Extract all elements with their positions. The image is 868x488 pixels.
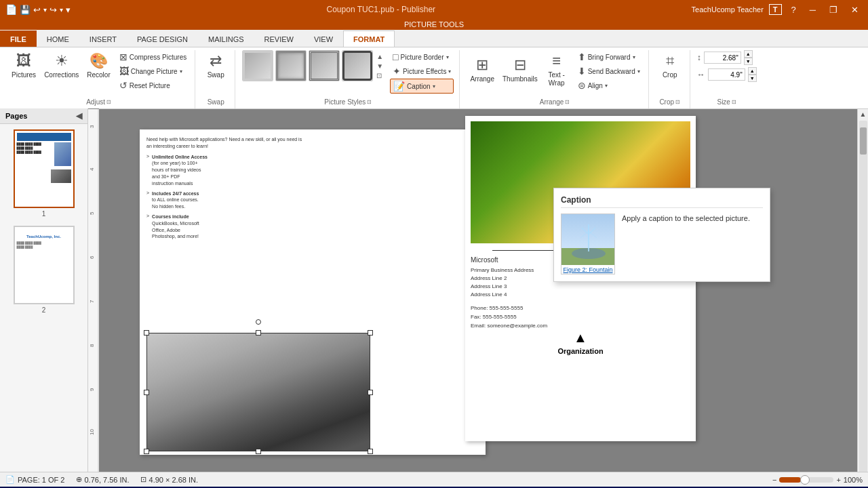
thumbnails-button[interactable]: ⊟ Thumbnails xyxy=(499,50,541,89)
send-backward-icon: ⬇ xyxy=(578,66,586,77)
corrections-button[interactable]: ☀ Corrections xyxy=(41,50,82,81)
width-spin-up[interactable]: ▲ xyxy=(748,67,757,75)
height-spin-up[interactable]: ▲ xyxy=(744,50,753,58)
zoom-in-button[interactable]: + xyxy=(836,476,840,484)
tab-mailings[interactable]: MAILINGS xyxy=(198,30,254,47)
bring-forward-button[interactable]: ⬆ Bring Forward ▾ xyxy=(575,50,643,64)
bullet-3: > Courses includeQuickBooks, MicrosoftOf… xyxy=(146,214,306,240)
zoom-slider[interactable] xyxy=(779,477,833,483)
document-canvas[interactable]: Need help with Microsoft applications? N… xyxy=(99,109,857,472)
height-input[interactable] xyxy=(704,52,741,64)
bullet-arrow-3: > xyxy=(146,214,149,240)
ruler-vertical: 3 4 5 6 7 8 9 10 xyxy=(88,109,99,472)
style-expand-button[interactable]: ⊡ xyxy=(375,71,384,80)
resize-handle-bl[interactable] xyxy=(144,449,149,454)
scroll-up-button[interactable]: ▲ xyxy=(859,109,868,119)
svg-text:10: 10 xyxy=(89,429,95,435)
picture-border-button[interactable]: □ Picture Border ▾ xyxy=(390,50,454,64)
style-scroll-down-button[interactable]: ▼ xyxy=(375,62,384,70)
rotate-handle[interactable] xyxy=(256,319,261,325)
crop-expand-icon[interactable]: ⊡ xyxy=(675,99,680,105)
width-input[interactable] xyxy=(708,68,745,81)
arrange-expand-icon[interactable]: ⊡ xyxy=(565,99,570,105)
tab-review[interactable]: REVIEW xyxy=(254,30,304,47)
scroll-thumb-v[interactable] xyxy=(860,127,867,155)
close-button[interactable]: ✕ xyxy=(847,3,863,16)
adjust-label: Adjust ⊡ xyxy=(8,98,189,106)
vertical-scrollbar[interactable]: ▲ ▼ xyxy=(857,109,868,472)
tab-home[interactable]: HOME xyxy=(37,30,79,47)
restore-button[interactable]: ❐ xyxy=(825,3,842,16)
picture-styles-expand-icon[interactable]: ⊡ xyxy=(367,99,372,105)
help-button[interactable]: ? xyxy=(787,3,800,16)
resize-handle-br[interactable] xyxy=(368,449,373,454)
minimize-button[interactable]: ─ xyxy=(806,3,820,16)
recolor-button[interactable]: 🎨 Recolor xyxy=(83,50,113,81)
page-1-thumbnail[interactable]: ████ ████ ████████ ████████ ████ ████ 1 xyxy=(5,129,82,218)
resize-handle-tl[interactable] xyxy=(144,330,149,336)
caption-img-inner xyxy=(561,214,614,265)
style-thumb-3[interactable] xyxy=(309,50,340,81)
resize-handle-tc[interactable] xyxy=(256,330,261,336)
adjust-expand-icon[interactable]: ⊡ xyxy=(106,99,111,105)
resize-handle-mr[interactable] xyxy=(368,390,373,395)
resize-handle-ml[interactable] xyxy=(144,390,149,395)
caption-image-label[interactable]: Figure 2: Fountain xyxy=(561,265,614,274)
reset-picture-button[interactable]: ↺ Reset Picture xyxy=(117,79,189,92)
scroll-track-v[interactable] xyxy=(859,121,867,472)
arrange-button[interactable]: ⊞ Arrange xyxy=(467,50,498,89)
pages-panel-collapse-button[interactable]: ◀ xyxy=(76,111,82,121)
doc-left-column: Need help with Microsoft applications? N… xyxy=(146,136,309,243)
style-thumb-1[interactable] xyxy=(242,50,273,81)
zoom-thumb[interactable] xyxy=(800,475,810,485)
selected-image-container[interactable] xyxy=(146,333,370,451)
zoom-out-button[interactable]: − xyxy=(772,476,776,484)
tab-insert[interactable]: INSERT xyxy=(79,30,127,47)
crop-button[interactable]: ⌗ Crop xyxy=(656,50,684,81)
zoom-controls: − + 100% xyxy=(772,476,863,484)
pictures-button[interactable]: 🖼 Pictures xyxy=(8,50,39,81)
ruler-v-svg: 3 4 5 6 7 8 9 10 xyxy=(88,109,99,472)
style-scroll-buttons: ▲ ▼ ⊡ xyxy=(375,52,384,80)
size-expand-icon[interactable]: ⊡ xyxy=(732,99,736,105)
undo-arrow-icon[interactable]: ▾ xyxy=(43,6,47,14)
resize-handle-bc[interactable] xyxy=(256,449,261,454)
tab-file[interactable]: FILE xyxy=(0,30,37,47)
align-button[interactable]: ⊜ Align ▾ xyxy=(575,79,643,92)
send-backward-button[interactable]: ⬇ Send Backward ▾ xyxy=(575,64,643,78)
svg-text:4: 4 xyxy=(89,167,95,171)
undo-icon[interactable]: ↩ xyxy=(33,5,41,15)
height-spin-down[interactable]: ▼ xyxy=(744,58,753,65)
change-picture-button[interactable]: 🖼 Change Picture ▾ xyxy=(117,64,189,78)
save-icon[interactable]: 💾 xyxy=(20,5,31,15)
width-spin-down[interactable]: ▼ xyxy=(748,75,757,82)
page-icon: 📄 xyxy=(5,475,15,484)
tab-view[interactable]: VIEW xyxy=(304,30,343,47)
customize-qat-icon[interactable]: ▾ xyxy=(66,5,71,15)
user-name: TeachUcomp Teacher xyxy=(692,5,764,14)
redo-arrow-icon[interactable]: ▾ xyxy=(60,6,63,14)
app-icon: 📄 xyxy=(5,4,17,15)
selected-image xyxy=(146,333,370,451)
ribbon-group-crop: ⌗ Crop Crop ⊡ xyxy=(650,50,690,108)
picture-styles-content: ▲ ▼ ⊡ □ Picture Border ▾ ✦ Picture Effec… xyxy=(242,50,454,97)
caption-button[interactable]: 📝 Caption ▾ xyxy=(390,79,454,94)
change-picture-icon: 🖼 xyxy=(119,66,129,77)
picture-effects-button[interactable]: ✦ Picture Effects ▾ xyxy=(390,64,454,78)
compress-pictures-button[interactable]: ⊠ Compress Pictures xyxy=(117,50,189,64)
style-thumb-2[interactable] xyxy=(275,50,307,81)
style-scroll-up-button[interactable]: ▲ xyxy=(375,52,384,61)
text-wrap-button[interactable]: ≡ Text - Wrap xyxy=(542,50,571,89)
tab-bar: FILE HOME INSERT PAGE DESIGN MAILINGS RE… xyxy=(0,30,868,47)
tab-format[interactable]: FORMAT xyxy=(343,30,395,47)
style-thumb-4[interactable] xyxy=(342,50,373,81)
page-2-thumbnail[interactable]: TeachUcomp, Inc. ████ ████ ████████ ████… xyxy=(5,226,82,314)
resize-handle-tr[interactable] xyxy=(368,330,373,336)
ribbon-group-picture-styles: ▲ ▼ ⊡ □ Picture Border ▾ ✦ Picture Effec… xyxy=(237,50,460,108)
tab-page-design[interactable]: PAGE DESIGN xyxy=(127,30,198,47)
swap-icon: ⇄ xyxy=(210,52,222,70)
size-label: Size ⊡ xyxy=(697,98,757,106)
text-wrap-icon: ≡ xyxy=(552,52,561,70)
redo-icon[interactable]: ↪ xyxy=(50,5,57,15)
swap-button[interactable]: ⇄ Swap xyxy=(202,50,229,81)
